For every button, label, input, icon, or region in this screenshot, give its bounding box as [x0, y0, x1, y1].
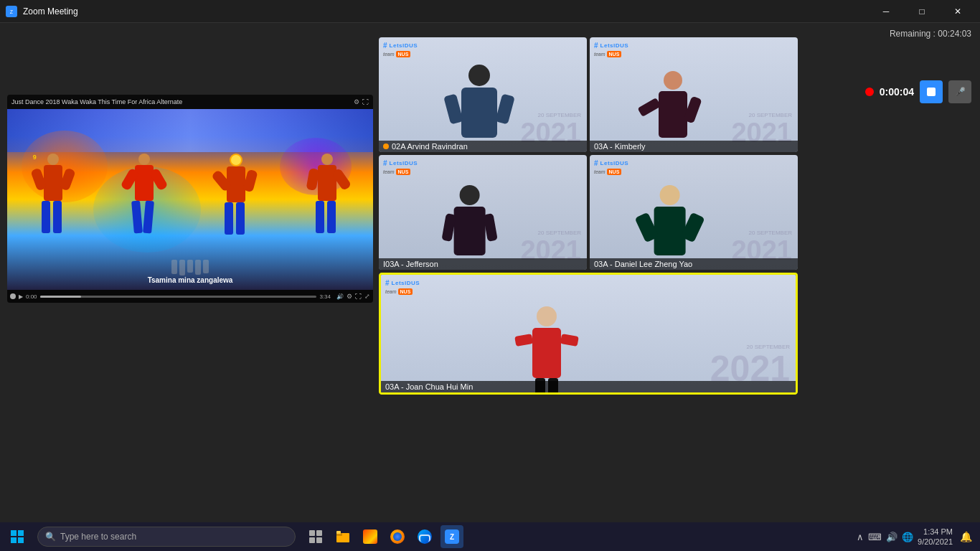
chevron-up-icon[interactable]: ∧ — [857, 532, 864, 542]
svg-rect-3 — [18, 530, 24, 536]
edge-icon — [418, 529, 432, 544]
settings-icon[interactable]: ⚙ — [354, 98, 359, 105]
participant-figure-kimberly — [659, 71, 687, 138]
notification-button[interactable]: 🔔 — [957, 528, 974, 545]
stop-record-button[interactable] — [920, 80, 943, 103]
participant-tile-kimberly: # LetsIDUS team NUS 20 SEPTEMBER 2021 — [590, 37, 798, 152]
app1-icon — [363, 529, 377, 544]
letsidus-text: LetsIDUS — [600, 160, 629, 166]
name-bar-joan: 03A - Joan Chua Hui Min — [381, 381, 796, 392]
team-text: team — [594, 52, 606, 57]
explorer-button[interactable] — [331, 525, 354, 548]
fullscreen-icon[interactable]: ⛶ — [362, 98, 369, 105]
nus-box: NUS — [607, 169, 622, 175]
letsidus-text: LetsIDUS — [600, 42, 629, 49]
title-bar: Z Zoom Meeting ─ □ ✕ — [0, 0, 980, 23]
window-title: Zoom Meeting — [23, 6, 78, 17]
time-total: 3:34 — [319, 293, 331, 300]
letsidus-text: LetsIDUS — [390, 160, 418, 166]
participant-tile-arvind: # LetsIDUS team NUS 20 SEPTEMBER 2021 — [379, 37, 587, 152]
clock-time: 1:34 PM — [923, 527, 953, 537]
recording-controls: 0:00:04 🎤 — [865, 80, 971, 103]
recording-dot — [865, 88, 874, 96]
search-placeholder-text: Type here to search — [60, 532, 136, 542]
participant-tile-jefferson: # LetsIDUS team NUS 20 SEPTEMBER 2021 — [379, 155, 587, 270]
team-text: team — [383, 52, 395, 57]
mute-button[interactable]: 🎤 — [948, 80, 971, 103]
close-button[interactable]: ✕ — [941, 0, 974, 23]
system-tray: ∧ ⌨ 🔊 🌐 1:34 PM 9/20/2021 🔔 — [857, 527, 980, 547]
name-bar-jefferson: I03A - Jefferson — [379, 258, 587, 270]
participant-figure-daniel — [654, 185, 686, 255]
video-controls-bar[interactable]: ▶ 0:00 3:34 🔊 ⚙ ⛶ ⤢ — [7, 290, 373, 303]
participant-name-kimberly: 03A - Kimberly — [594, 142, 646, 151]
pip-btn[interactable]: ⛶ — [355, 293, 362, 300]
svg-rect-9 — [316, 537, 322, 543]
game-title: Just Dance 2018 Waka Waka This Time For … — [11, 98, 182, 105]
letsidus-logo: # LetsIDUS team NUS — [383, 42, 418, 57]
participant-figure-jefferson — [453, 185, 485, 255]
participant-background-joan: # LetsIDUS team NUS 20 SEPTEMBER 2021 — [381, 275, 796, 392]
clock-date: 9/20/2021 — [918, 537, 953, 547]
name-bar-daniel: 03A - Daniel Lee Zheng Yao — [590, 258, 798, 270]
participant-tile-joan: # LetsIDUS team NUS 20 SEPTEMBER 2021 — [379, 273, 798, 395]
svg-rect-6 — [309, 530, 315, 536]
svg-rect-8 — [309, 537, 315, 543]
task-view-button[interactable] — [304, 525, 327, 548]
taskbar-app-icons: Z — [304, 525, 463, 548]
hash-symbol: # — [594, 159, 598, 167]
mic-active-icon — [383, 143, 389, 149]
nus-box: NUS — [396, 169, 411, 175]
firefox-button[interactable] — [386, 525, 409, 548]
participant-name-arvind: 02A Arvind Ravindran — [392, 142, 468, 151]
game-screen: 9 — [7, 109, 373, 290]
progress-bar[interactable] — [40, 296, 317, 298]
progress-fill — [40, 296, 82, 298]
remaining-timer: Remaining : 00:24:03 — [890, 29, 971, 39]
name-bar-kimberly: 03A - Kimberly — [590, 141, 798, 152]
volume-button[interactable]: 🔊 — [336, 293, 344, 300]
start-button[interactable] — [0, 522, 34, 551]
participant-name-jefferson: I03A - Jefferson — [383, 260, 438, 268]
settings-btn[interactable]: ⚙ — [347, 293, 352, 300]
hash-symbol: # — [383, 159, 387, 167]
hash-symbol: # — [385, 279, 390, 287]
nus-box: NUS — [396, 51, 411, 57]
search-icon: 🔍 — [45, 532, 56, 542]
zoom-icon: Z — [6, 6, 17, 17]
maximize-button[interactable]: □ — [905, 0, 938, 23]
game-video-container: Just Dance 2018 Waka Waka This Time For … — [7, 95, 373, 303]
name-bar-arvind: 02A Arvind Ravindran — [379, 141, 587, 152]
game-subtitle: Tsaminа mina zangalewa — [7, 276, 373, 284]
dancer-4 — [306, 154, 349, 254]
svg-text:Z: Z — [10, 9, 14, 14]
edge-button[interactable] — [413, 525, 436, 548]
minimize-button[interactable]: ─ — [870, 0, 903, 23]
explorer-icon — [336, 530, 350, 543]
participant-name-daniel: 03A - Daniel Lee Zheng Yao — [594, 260, 692, 268]
volume-tray-icon[interactable]: 🔊 — [886, 532, 897, 542]
svg-rect-7 — [316, 530, 322, 536]
keyboard-icon[interactable]: ⌨ — [868, 532, 882, 542]
participant-grid: # LetsIDUS team NUS 20 SEPTEMBER 2021 — [379, 37, 798, 395]
network-icon[interactable]: 🌐 — [902, 532, 913, 542]
participant-background-daniel: # LetsIDUS team NUS 20 SEPTEMBER 2021 — [590, 155, 798, 270]
tile-content-arvind: # LetsIDUS team NUS 20 SEPTEMBER 2021 — [379, 37, 587, 152]
title-bar-controls: ─ □ ✕ — [870, 0, 974, 23]
app1-button[interactable] — [359, 525, 382, 548]
title-bar-left: Z Zoom Meeting — [6, 6, 78, 17]
zoom-taskbar-button[interactable]: Z — [440, 525, 463, 548]
dancer-1: 9 — [32, 154, 75, 254]
participant-name-joan: 03A - Joan Chua Hui Min — [385, 382, 473, 391]
search-bar[interactable]: 🔍 Type here to search — [37, 527, 296, 547]
fullscreen-btn[interactable]: ⤢ — [364, 293, 370, 300]
tile-content-jefferson: # LetsIDUS team NUS 20 SEPTEMBER 2021 — [379, 155, 587, 270]
participant-figure — [461, 65, 497, 138]
svg-rect-12 — [336, 531, 341, 534]
time-current: 0:00 — [26, 293, 37, 300]
system-clock[interactable]: 1:34 PM 9/20/2021 — [918, 527, 953, 547]
play-button[interactable] — [10, 293, 16, 299]
tile-content-daniel: # LetsIDUS team NUS 20 SEPTEMBER 2021 — [590, 155, 798, 270]
participant-background-kimberly: # LetsIDUS team NUS 20 SEPTEMBER 2021 — [590, 37, 798, 152]
svg-rect-4 — [11, 537, 17, 543]
